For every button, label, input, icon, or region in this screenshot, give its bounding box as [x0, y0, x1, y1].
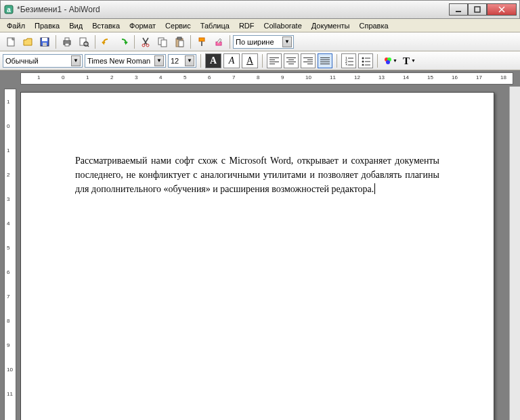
size-combo[interactable]: 12▼ — [168, 54, 196, 68]
open-button[interactable] — [20, 34, 36, 50]
align-center-button[interactable] — [284, 53, 299, 68]
svg-rect-21 — [161, 40, 167, 47]
zoom-value: По ширине — [236, 38, 274, 46]
style-value: Обычный — [5, 57, 39, 65]
print-button[interactable] — [59, 34, 75, 50]
chevron-down-icon: ▼ — [154, 55, 164, 66]
font-color-button[interactable]: ▼ — [382, 53, 398, 69]
svg-rect-9 — [43, 43, 47, 46]
save-button[interactable] — [37, 34, 53, 50]
toolbar-separator — [377, 54, 378, 68]
font-combo[interactable]: Times New Roman▼ — [85, 54, 166, 68]
svg-point-38 — [362, 64, 364, 66]
vertical-ruler-area: 101234567891011 — [0, 87, 20, 420]
svg-point-19 — [146, 44, 149, 47]
svg-point-36 — [362, 60, 364, 62]
menu-view[interactable]: Вид — [65, 20, 87, 31]
window-title: *Безимени1 - AbiWord — [17, 5, 449, 14]
vertical-scrollbar[interactable] — [509, 87, 520, 420]
svg-text:3: 3 — [345, 63, 347, 66]
bullet-list-button[interactable] — [358, 53, 373, 68]
toolbar-separator — [337, 54, 337, 68]
toolbar-separator — [190, 35, 191, 49]
text-cursor — [374, 183, 375, 194]
menu-help[interactable]: Справка — [355, 20, 392, 31]
main-toolbar: По ширине▼ — [0, 32, 520, 51]
svg-rect-3 — [475, 7, 480, 12]
svg-rect-25 — [199, 38, 204, 41]
svg-point-18 — [142, 44, 145, 47]
toolbar-separator — [230, 35, 230, 49]
svg-line-15 — [87, 45, 89, 47]
svg-point-42 — [386, 60, 390, 64]
paste-button[interactable] — [171, 34, 188, 50]
menu-collaborate[interactable]: Collaborate — [260, 20, 306, 31]
format-painter-button[interactable] — [194, 34, 210, 50]
size-value: 12 — [171, 57, 179, 65]
format-toolbar: Обычный▼ Times New Roman▼ 12▼ A A A 123 … — [0, 51, 520, 70]
align-justify-button[interactable] — [318, 53, 332, 68]
svg-rect-24 — [179, 41, 183, 47]
zoom-combo[interactable]: По ширине▼ — [233, 35, 294, 49]
chevron-down-icon: ▼ — [71, 55, 81, 66]
svg-rect-13 — [80, 38, 86, 45]
horizontal-ruler-area: 10123456789101112131415161718 — [0, 70, 520, 87]
window-controls — [449, 3, 517, 16]
italic-button[interactable]: A — [223, 53, 240, 68]
menubar: Файл Правка Вид Вставка Формат Сервис Та… — [0, 19, 520, 32]
horizontal-ruler[interactable]: 10123456789101112131415161718 — [20, 72, 513, 85]
menu-tools[interactable]: Сервис — [161, 20, 195, 31]
svg-rect-23 — [177, 37, 181, 39]
toolbar-separator — [134, 35, 135, 49]
svg-point-34 — [362, 57, 364, 59]
new-button[interactable] — [3, 34, 19, 50]
align-right-button[interactable] — [301, 53, 316, 68]
clear-format-button[interactable] — [211, 34, 227, 50]
svg-rect-8 — [42, 38, 47, 41]
chevron-down-icon: ▼ — [282, 37, 292, 47]
underline-button[interactable]: A — [242, 53, 258, 68]
titlebar: a *Безимени1 - AbiWord — [0, 0, 520, 19]
svg-rect-12 — [65, 43, 69, 46]
numbered-list-button[interactable]: 123 — [341, 53, 356, 68]
maximize-button[interactable] — [468, 3, 487, 16]
menu-file[interactable]: Файл — [3, 20, 29, 31]
toolbar-separator — [56, 35, 56, 49]
paragraph-button[interactable]: T▼ — [400, 53, 416, 69]
cut-button[interactable] — [137, 34, 154, 50]
document-text[interactable]: Рассматриваемый нами софт схож с Microso… — [75, 154, 439, 196]
page-viewport[interactable]: Рассматриваемый нами софт схож с Microso… — [20, 87, 509, 420]
app-icon: a — [3, 4, 14, 15]
minimize-button[interactable] — [449, 3, 468, 16]
redo-button[interactable] — [115, 34, 131, 50]
bold-button[interactable]: A — [205, 53, 221, 68]
menu-documents[interactable]: Документы — [307, 20, 354, 31]
align-left-button[interactable] — [267, 53, 282, 68]
font-value: Times New Roman — [87, 57, 150, 65]
copy-button[interactable] — [154, 34, 171, 50]
undo-button[interactable] — [98, 34, 114, 50]
print-preview-button[interactable] — [76, 34, 92, 50]
toolbar-separator — [95, 35, 95, 49]
menu-insert[interactable]: Вставка — [88, 20, 124, 31]
style-combo[interactable]: Обычный▼ — [3, 54, 83, 68]
menu-rdf[interactable]: RDF — [235, 20, 259, 31]
document-area: 101234567891011 Рассматриваемый нами соф… — [0, 87, 520, 420]
menu-format[interactable]: Формат — [125, 20, 160, 31]
toolbar-separator — [262, 54, 263, 68]
vertical-ruler[interactable]: 101234567891011 — [4, 89, 16, 420]
chevron-down-icon: ▼ — [185, 55, 194, 66]
menu-table[interactable]: Таблица — [196, 20, 234, 31]
close-button[interactable] — [487, 3, 517, 16]
menu-edit[interactable]: Правка — [30, 20, 64, 31]
svg-text:T: T — [403, 55, 410, 66]
document-page[interactable]: Рассматриваемый нами софт схож с Microso… — [20, 92, 494, 420]
toolbar-separator — [200, 54, 201, 68]
svg-text:a: a — [7, 6, 11, 14]
svg-rect-11 — [65, 38, 69, 41]
